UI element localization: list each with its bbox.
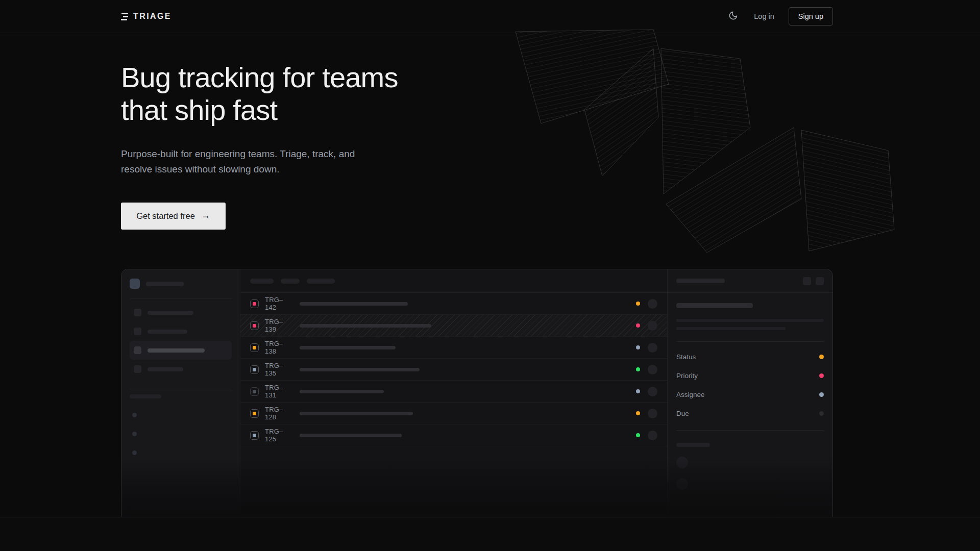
list-tabs [240, 269, 667, 293]
assignee-avatar-skeleton [648, 299, 657, 309]
hero-heading-line-2: that ship fast [121, 94, 398, 127]
wireframe-decoration [505, 23, 903, 258]
issue-status-icon-dot [253, 434, 256, 437]
description-line-skeleton [676, 327, 786, 330]
sidebar-dot-skeleton [132, 413, 137, 417]
issue-id: TRG–138 [265, 340, 291, 355]
sidebar-item-label-skeleton [148, 311, 193, 315]
issue-title-skeleton [300, 302, 408, 306]
sidebar-section-label-skeleton [130, 394, 161, 398]
property-row: Due [676, 404, 824, 423]
issue-title-skeleton [300, 434, 402, 437]
sidebar-dots [130, 413, 232, 455]
hero-subtitle: Purpose-built for engineering teams. Tri… [121, 146, 355, 177]
login-link[interactable]: Log in [754, 12, 774, 20]
issue-label-dot [636, 389, 640, 393]
issue-label-dot [636, 323, 640, 328]
list-tab-skeleton [307, 279, 335, 284]
get-started-label: Get started free [136, 211, 195, 221]
issue-id: TRG–142 [265, 296, 291, 311]
property-row: Priority [676, 366, 824, 385]
get-started-button[interactable]: Get started free → [121, 203, 226, 230]
issue-status-icon-dot [253, 412, 256, 415]
issue-title-skeleton [300, 412, 413, 415]
preview-detail-panel: StatusPriorityAssigneeDue [668, 269, 832, 517]
theme-toggle-button[interactable] [726, 10, 740, 23]
issue-label-dot [636, 345, 640, 349]
sidebar-item-icon-skeleton [134, 346, 141, 354]
issue-id: TRG–139 [265, 318, 291, 333]
sidebar-item-skeleton [130, 360, 232, 379]
issue-status-icon [250, 299, 259, 308]
sidebar-item-skeleton [130, 341, 232, 360]
issue-label-dot [636, 433, 640, 437]
workspace-row [130, 278, 232, 290]
list-tab-skeleton [281, 279, 300, 284]
assignee-avatar-skeleton [648, 321, 657, 331]
sidebar-item-skeleton [130, 303, 232, 322]
issue-status-icon-dot [253, 324, 256, 328]
issue-id: TRG–128 [265, 406, 291, 421]
sidebar-item-icon-skeleton [134, 365, 141, 373]
sidebar-item-skeleton [130, 322, 232, 341]
list-tab-skeleton [250, 279, 274, 284]
issue-id: TRG–125 [265, 428, 291, 443]
issue-label-dot [636, 302, 640, 306]
panel-title-skeleton [676, 279, 725, 283]
property-value-dot [819, 373, 824, 378]
app-preview-window: TRG–142TRG–139TRG–138TRG–135TRG–131TRG–1… [121, 269, 833, 517]
activity-avatar-skeleton [676, 478, 688, 490]
brand-name: TRIAGE [133, 12, 172, 21]
sidebar-dot-skeleton [132, 432, 137, 436]
brand-logo[interactable]: TRIAGE [121, 12, 172, 21]
sidebar-divider [130, 298, 232, 299]
issue-row: TRG–142 [240, 293, 667, 315]
hero-subtitle-line-2: resolve issues without slowing down. [121, 162, 355, 177]
workspace-name-skeleton [146, 282, 184, 286]
issue-id: TRG–135 [265, 362, 291, 377]
property-value-dot [819, 411, 824, 416]
issue-status-icon [250, 365, 259, 374]
hero-heading: Bug tracking for teamsthat ship fast [121, 61, 398, 127]
sidebar-item-icon-skeleton [134, 328, 141, 335]
preview-issue-list-column: TRG–142TRG–139TRG–138TRG–135TRG–131TRG–1… [240, 269, 668, 517]
sidebar-divider [130, 389, 232, 389]
hero-subtitle-line-1: Purpose-built for engineering teams. Tri… [121, 146, 355, 162]
issue-title-skeleton [300, 346, 396, 349]
issue-status-icon [250, 321, 259, 330]
sidebar-dot-skeleton [132, 450, 137, 455]
sidebar-item-icon-skeleton [134, 309, 141, 316]
issue-title-skeleton [300, 390, 384, 393]
signup-button[interactable]: Sign up [789, 7, 833, 26]
activity-label-skeleton [676, 443, 710, 447]
issue-row: TRG–138 [240, 337, 667, 359]
sidebar-item-label-skeleton [148, 330, 187, 334]
assignee-avatar-skeleton [648, 409, 657, 418]
landing-page: TRIAGE Log in Sign up [0, 0, 980, 551]
footer [0, 517, 980, 551]
issue-title-skeleton [300, 324, 431, 328]
panel-body: StatusPriorityAssigneeDue [668, 293, 832, 490]
issue-list: TRG–142TRG–139TRG–138TRG–135TRG–131TRG–1… [240, 293, 667, 446]
issue-status-icon [250, 409, 259, 418]
issue-id: TRG–131 [265, 384, 291, 399]
assignee-avatar-skeleton [648, 365, 657, 374]
issue-row: TRG–125 [240, 424, 667, 446]
issue-status-icon [250, 387, 259, 396]
property-label: Assignee [676, 391, 705, 398]
description-line-skeleton [676, 319, 824, 322]
property-label: Due [676, 410, 689, 417]
assignee-avatar-skeleton [648, 343, 657, 353]
issue-title-skeleton [300, 368, 420, 371]
issue-status-icon-dot [253, 302, 256, 306]
panel-action-skeleton [816, 277, 824, 285]
preview-sidebar [121, 269, 240, 517]
issue-row: TRG–135 [240, 359, 667, 381]
panel-header [668, 269, 832, 293]
arrow-right-icon: → [201, 210, 210, 221]
issue-label-dot [636, 411, 640, 415]
triage-bars-icon [121, 13, 128, 20]
hero-heading-line-1: Bug tracking for teams [121, 61, 398, 94]
workspace-avatar-skeleton [130, 279, 140, 289]
top-nav: TRIAGE Log in Sign up [0, 0, 980, 33]
